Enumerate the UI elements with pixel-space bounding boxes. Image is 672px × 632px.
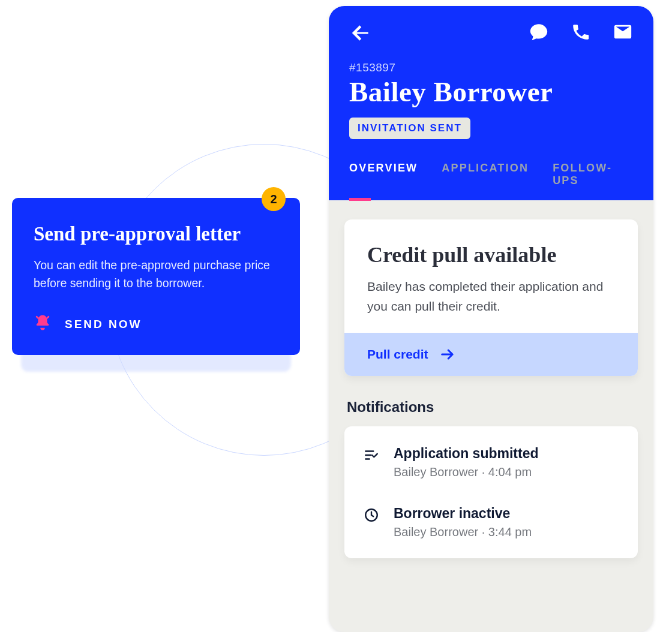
clock-icon (362, 505, 380, 523)
notifications-heading: Notifications (347, 399, 638, 416)
back-button[interactable] (349, 22, 372, 44)
borrower-header: #153897 Bailey Borrower INVITATION SENT … (329, 6, 653, 200)
arrow-left-icon (349, 22, 372, 44)
credit-pull-body: Bailey has completed their application a… (367, 277, 615, 316)
arrow-right-icon (439, 346, 456, 363)
notification-title: Borrower inactive (394, 505, 532, 522)
email-button[interactable] (613, 22, 633, 44)
call-button[interactable] (571, 22, 591, 44)
send-now-button[interactable]: SEND NOW (34, 314, 278, 335)
status-badge: INVITATION SENT (349, 118, 470, 139)
notification-item[interactable]: Borrower inactive Bailey Borrower · 3:44… (356, 492, 626, 552)
notification-meta: Bailey Borrower · 3:44 pm (394, 525, 532, 539)
chat-button[interactable] (529, 22, 549, 44)
phone-icon (571, 22, 591, 42)
notification-title: Application submitted (394, 446, 539, 462)
credit-pull-title: Credit pull available (367, 242, 615, 267)
mail-icon (613, 22, 633, 42)
notification-meta: Bailey Borrower · 4:04 pm (394, 465, 539, 479)
send-now-label: SEND NOW (65, 318, 142, 331)
preapproval-title: Send pre-approval letter (34, 223, 278, 245)
borrower-name: Bailey Borrower (349, 76, 633, 108)
bell-icon (34, 314, 52, 335)
borrower-content: Credit pull available Bailey has complet… (329, 200, 653, 632)
preapproval-description: You can edit the pre-approved purchase p… (34, 256, 278, 292)
credit-pull-card: Credit pull available Bailey has complet… (344, 219, 638, 376)
tab-application[interactable]: APPLICATION (442, 162, 529, 200)
case-id: #153897 (349, 61, 633, 74)
checklist-icon (362, 446, 380, 463)
notification-list: Application submitted Bailey Borrower · … (344, 426, 638, 558)
borrower-tabs: OVERVIEW APPLICATION FOLLOW-UPS (349, 162, 633, 200)
preapproval-card: 2 Send pre-approval letter You can edit … (12, 198, 300, 355)
pull-credit-label: Pull credit (367, 347, 428, 362)
preapproval-badge: 2 (262, 187, 286, 211)
tab-overview[interactable]: OVERVIEW (349, 162, 418, 200)
pull-credit-button[interactable]: Pull credit (344, 333, 638, 376)
borrower-detail-screen: #153897 Bailey Borrower INVITATION SENT … (329, 6, 653, 632)
notification-item[interactable]: Application submitted Bailey Borrower · … (356, 432, 626, 492)
chat-icon (529, 22, 549, 42)
tab-follow-ups[interactable]: FOLLOW-UPS (553, 162, 633, 200)
